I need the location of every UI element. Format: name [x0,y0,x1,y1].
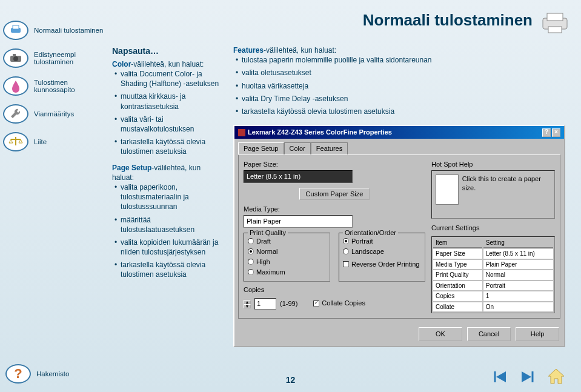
hotspot-area: Click this to create a paper size. [431,170,555,219]
svg-rect-10 [238,129,245,136]
tab-features[interactable]: Features [311,142,348,154]
color-bullets: valita Document Color- ja Shading (Halft… [112,69,224,157]
pagesetup-bullets: valita paperikoon, tulostusmateriaalin j… [112,182,224,280]
features-bullets: tulostaa paperin molemmille puolille ja … [233,55,569,116]
settings-header-setting: Setting [483,238,553,248]
settings-header-item: Item [433,238,482,248]
svg-rect-2 [548,27,562,33]
list-item: valita kopioiden lukumäärän ja niiden tu… [115,238,224,257]
nav-normaali[interactable]: Normaali tulostaminen [0,18,109,42]
collate-check[interactable]: ✓Collate Copies [313,299,365,308]
ink-icon [3,76,28,96]
list-item: huoltaa värikasetteja [236,81,569,91]
svg-rect-1 [547,13,563,21]
tab-page-setup[interactable]: Page Setup [238,142,284,154]
list-item: valita oletusasetukset [236,68,569,78]
svg-rect-7 [13,54,16,56]
table-row: Media TypePlain Paper [433,260,553,270]
svg-marker-11 [496,371,506,382]
cancel-button[interactable]: Cancel [467,327,511,341]
hotspot-text: Click this to create a paper size. [462,174,551,205]
current-settings-label: Current Settings [431,224,555,233]
hotspot-label: Hot Spot Help [431,160,555,169]
help-button[interactable]: Help [516,327,559,341]
svg-marker-15 [548,369,564,384]
custom-paper-button[interactable]: Custom Paper Size [299,188,370,201]
list-item: valita paperikoon, tulostusmateriaalin j… [115,182,224,212]
nav-vianmaaritys[interactable]: Vianmääritys [0,102,109,126]
features-subheading: Features-välilehteä, kun haluat: [233,45,569,55]
close-button[interactable]: × [552,128,560,137]
svg-point-6 [13,56,18,61]
list-item: tarkastella käytössä olevia tulostimen a… [236,107,569,116]
scales-icon [3,132,28,151]
prev-page-icon[interactable] [493,370,508,384]
orientation-landscape[interactable]: Landscape [343,247,421,256]
nav-label: Normaali tulostaminen [34,27,103,34]
quality-draft[interactable]: Draft [248,237,326,246]
table-row: OrientationPortrait [433,281,553,291]
napsauta-heading: Napsauta… [112,45,224,57]
quality-normal[interactable]: Normal [248,247,326,256]
list-item: valita Dry Time Delay -asetuksen [236,94,569,104]
printer-illustration [540,11,570,38]
help-button[interactable]: ? [542,128,551,137]
quality-maximum[interactable]: Maximum [248,268,326,277]
color-subheading: Color-välilehteä, kun haluat: [112,59,224,69]
media-type-label: Media Type: [244,205,425,214]
question-icon: ? [5,364,31,384]
left-column: Napsauta… Color-välilehteä, kun haluat: … [112,45,224,347]
list-item: tarkastella käytössä olevia tulostimen a… [115,137,224,156]
ok-button[interactable]: OK [419,327,462,341]
list-item: muuttaa kirkkaus- ja kontrastiasetuksia [115,91,224,111]
bottom-nav [493,368,566,386]
dialog-title: Lexmark Z42-Z43 Series ColorFine Propert… [248,128,542,137]
sidebar: Normaali tulostaminen Edistyneempi tulos… [0,0,109,154]
tab-color[interactable]: Color [284,142,311,154]
table-row: Copies1 [433,291,553,301]
home-icon[interactable] [546,368,566,386]
copies-input[interactable]: 1 [254,298,276,310]
page-title: Normaali tulostaminen [363,11,533,30]
media-type-select[interactable]: Plain Paper [244,215,353,228]
paper-size-select[interactable]: Letter (8.5 x 11 in) [244,170,353,183]
svg-rect-4 [13,25,19,29]
list-item: tarkastella käytössä olevia tulostimen a… [115,260,224,279]
properties-dialog: Lexmark Z42-Z43 Series ColorFine Propert… [233,125,565,347]
nav-label: Liite [34,138,47,145]
nav-label: Tulostimen kunnossapito [34,79,109,93]
orientation-portrait[interactable]: Portrait [343,237,421,246]
nav-label: Vianmääritys [34,110,74,118]
reverse-order-check[interactable]: Reverse Order Printing [343,260,421,269]
copies-label: Copies [244,285,425,294]
table-row: Paper SizeLetter (8.5 x 11 in) [433,249,553,259]
camera-icon [3,48,28,68]
app-icon [238,129,245,136]
print-quality-label: Print Quality [248,228,288,238]
hakemisto-label: Hakemisto [36,370,69,377]
page-number: 12 [286,375,296,385]
nav-hakemisto[interactable]: ? Hakemisto [4,362,69,386]
copies-stepper[interactable]: ▲▼ [244,300,251,308]
nav-label: Edistyneempi tulostaminen [34,51,109,65]
wrench-icon [3,104,28,124]
list-item: tulostaa paperin molemmille puolille ja … [236,55,569,65]
printer-icon [3,21,28,40]
list-item: valita Document Color- ja Shading (Halft… [115,69,224,88]
quality-high[interactable]: High [248,257,326,267]
settings-table: Item Setting Paper SizeLetter (8.5 x 11 … [431,236,555,314]
paper-preview-icon [436,174,459,205]
nav-kunnossapito[interactable]: Tulostimen kunnossapito [0,74,109,98]
right-column: Features-välilehteä, kun haluat: tulosta… [233,45,569,347]
copies-range: (1-99) [280,299,297,308]
list-item: valita väri- tai mustavalkotulostuksen [115,115,224,134]
svg-marker-13 [522,371,531,382]
dialog-tabs: Page Setup Color Features [238,142,564,154]
pagesetup-subheading: Page Setup-välilehteä, kun haluat: [112,163,224,182]
nav-edistyneempi[interactable]: Edistyneempi tulostaminen [0,46,109,70]
nav-liite[interactable]: Liite [0,130,109,154]
table-row: Print QualityNormal [433,270,553,280]
table-row: CollateOn [433,302,553,312]
dialog-titlebar[interactable]: Lexmark Z42-Z43 Series ColorFine Propert… [234,126,564,139]
next-page-icon[interactable] [519,370,535,384]
